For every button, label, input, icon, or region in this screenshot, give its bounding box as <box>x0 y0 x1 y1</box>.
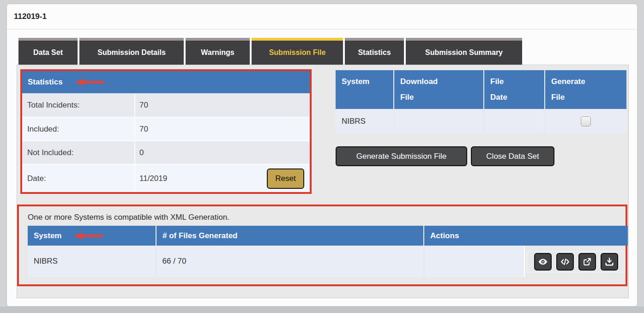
page-title: 112019-1 <box>7 4 637 30</box>
stats-value: 11/2019 <box>139 174 167 183</box>
close-data-set-button[interactable]: Close Data Set <box>471 146 554 166</box>
stats-value: 70 <box>139 101 148 110</box>
actions-cell <box>424 246 628 277</box>
generate-file-cell <box>545 109 626 133</box>
system-cell: NIBRS <box>28 246 156 277</box>
download-file-cell <box>394 109 484 133</box>
export-icon <box>582 257 592 267</box>
tab-submission-summary[interactable]: Submission Summary <box>406 38 522 65</box>
system-file-table: System Download File File Date Generate … <box>336 70 626 133</box>
xml-files-table: System # of Files Generated Actions NIBR… <box>28 226 628 277</box>
table-row: NIBRS <box>336 109 626 133</box>
column-header-system: System <box>336 70 394 109</box>
statistics-panel-header: Statistics <box>22 71 310 93</box>
statistics-header-label: Statistics <box>28 78 63 87</box>
submission-file-content: Statistics Total Incidents: 70 Included:… <box>17 65 629 298</box>
stats-row-included: Included: 70 <box>22 117 310 140</box>
stats-label: Not Included: <box>22 141 134 164</box>
generate-file-checkbox[interactable] <box>581 116 591 126</box>
stats-label: Date: <box>22 165 134 192</box>
column-header-files-generated: # of Files Generated <box>156 226 424 246</box>
red-annotation-arrow-icon <box>75 78 104 86</box>
column-header-download-file: Download File <box>394 70 484 109</box>
file-actions-button-group <box>527 251 626 272</box>
files-generated-cell: 66 / 70 <box>156 246 424 277</box>
view-file-button[interactable] <box>534 253 552 271</box>
stats-row-date: Date: 11/2019 Reset <box>22 164 310 192</box>
stats-value: 0 <box>139 148 144 157</box>
tab-statistics[interactable]: Statistics <box>345 38 404 65</box>
stats-value: 70 <box>139 125 148 134</box>
system-cell: NIBRS <box>336 109 394 133</box>
stats-row-total-incidents: Total Incidents: 70 <box>22 93 310 117</box>
tab-bar: Data Set Submission Details Warnings Sub… <box>18 38 522 65</box>
view-xml-button[interactable] <box>556 253 574 271</box>
code-icon <box>560 257 570 267</box>
window-bottom-edge <box>0 307 644 313</box>
export-file-button[interactable] <box>578 253 596 271</box>
stats-label: Included: <box>22 118 134 140</box>
table-row: NIBRS 66 / 70 <box>28 246 628 277</box>
download-icon <box>604 257 614 267</box>
stats-row-not-included: Not Included: 0 <box>22 140 310 164</box>
generate-submission-file-button[interactable]: Generate Submission File <box>336 146 467 166</box>
xml-compatibility-message: One or more Systems is compatible with X… <box>28 213 626 222</box>
column-header-file-date: File Date <box>484 70 545 109</box>
download-file-button[interactable] <box>601 253 618 271</box>
tab-data-set[interactable]: Data Set <box>18 38 78 65</box>
file-date-cell <box>484 109 545 133</box>
statistics-panel: Statistics Total Incidents: 70 Included:… <box>20 69 312 194</box>
command-button-row: Generate Submission File Close Data Set <box>336 146 554 166</box>
tab-warnings[interactable]: Warnings <box>186 38 250 65</box>
main-panel: 112019-1 Data Set Submission Details War… <box>6 4 638 307</box>
tab-submission-file[interactable]: Submission File <box>252 38 343 65</box>
tab-submission-details[interactable]: Submission Details <box>79 38 184 65</box>
stats-label: Total Incidents: <box>22 93 134 117</box>
xml-generation-section: One or more Systems is compatible with X… <box>17 205 627 286</box>
red-annotation-arrow-icon <box>73 232 103 240</box>
actions-cell-spacer <box>424 246 525 277</box>
eye-icon <box>538 257 548 267</box>
column-header-generate-file: Generate File <box>545 70 626 109</box>
column-header-system: System <box>28 226 156 246</box>
column-header-actions: Actions <box>424 226 628 246</box>
reset-button[interactable]: Reset <box>267 169 304 189</box>
